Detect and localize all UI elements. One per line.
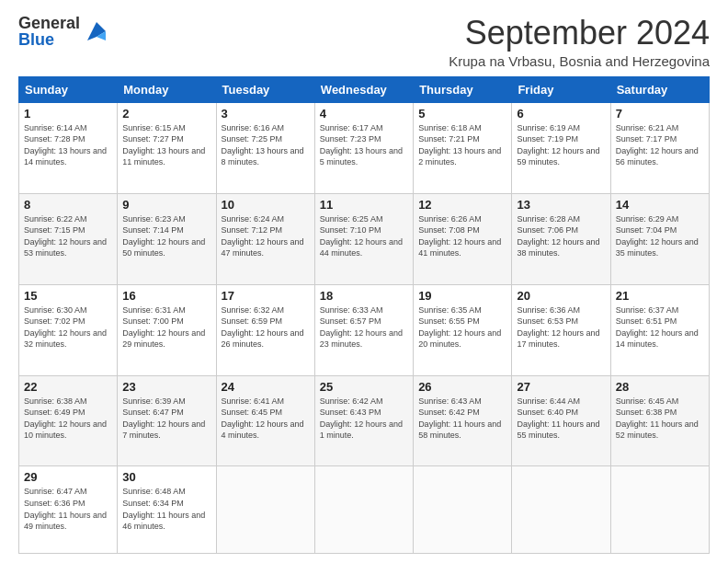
weekday-header-saturday: Saturday: [610, 76, 709, 102]
day-number: 12: [418, 198, 506, 212]
day-number: 5: [418, 107, 506, 121]
calendar-cell: 11Sunrise: 6:25 AMSunset: 7:10 PMDayligh…: [314, 193, 413, 284]
cell-info: Sunrise: 6:44 AMSunset: 6:40 PMDaylight:…: [517, 396, 605, 442]
day-number: 4: [320, 107, 408, 121]
month-title: September 2024: [449, 15, 710, 52]
day-number: 17: [222, 289, 310, 303]
calendar-cell: 7Sunrise: 6:21 AMSunset: 7:17 PMDaylight…: [610, 102, 709, 193]
weekday-header-thursday: Thursday: [414, 76, 512, 102]
day-number: 2: [122, 107, 210, 121]
calendar-cell: 3Sunrise: 6:16 AMSunset: 7:25 PMDaylight…: [216, 102, 314, 193]
calendar-cell: 26Sunrise: 6:43 AMSunset: 6:42 PMDayligh…: [414, 375, 512, 466]
calendar-cell: [216, 466, 314, 554]
calendar-cell: 14Sunrise: 6:29 AMSunset: 7:04 PMDayligh…: [610, 193, 709, 284]
day-number: 6: [517, 107, 605, 121]
day-number: 24: [222, 380, 310, 394]
calendar-cell: 9Sunrise: 6:23 AMSunset: 7:14 PMDaylight…: [118, 193, 216, 284]
weekday-header-friday: Friday: [512, 76, 610, 102]
calendar-cell: 28Sunrise: 6:45 AMSunset: 6:38 PMDayligh…: [610, 375, 709, 466]
calendar-cell: 19Sunrise: 6:35 AMSunset: 6:55 PMDayligh…: [414, 284, 512, 375]
cell-info: Sunrise: 6:18 AMSunset: 7:21 PMDaylight:…: [418, 122, 506, 168]
header: General Blue September 2024 Krupa na Vrb…: [18, 15, 710, 69]
day-number: 8: [24, 198, 112, 212]
cell-info: Sunrise: 6:16 AMSunset: 7:25 PMDaylight:…: [222, 122, 310, 168]
calendar: SundayMondayTuesdayWednesdayThursdayFrid…: [18, 76, 710, 554]
day-number: 13: [517, 198, 605, 212]
cell-info: Sunrise: 6:25 AMSunset: 7:10 PMDaylight:…: [320, 213, 408, 259]
cell-info: Sunrise: 6:29 AMSunset: 7:04 PMDaylight:…: [616, 213, 704, 259]
cell-info: Sunrise: 6:33 AMSunset: 6:57 PMDaylight:…: [320, 304, 408, 350]
calendar-cell: 6Sunrise: 6:19 AMSunset: 7:19 PMDaylight…: [512, 102, 610, 193]
calendar-cell: 29Sunrise: 6:47 AMSunset: 6:36 PMDayligh…: [19, 466, 118, 554]
day-number: 26: [418, 380, 506, 394]
cell-info: Sunrise: 6:43 AMSunset: 6:42 PMDaylight:…: [418, 396, 506, 442]
cell-info: Sunrise: 6:15 AMSunset: 7:27 PMDaylight:…: [122, 122, 210, 168]
day-number: 9: [122, 198, 210, 212]
calendar-week-3: 15Sunrise: 6:30 AMSunset: 7:02 PMDayligh…: [19, 284, 710, 375]
weekday-header-tuesday: Tuesday: [216, 76, 314, 102]
cell-info: Sunrise: 6:42 AMSunset: 6:43 PMDaylight:…: [320, 396, 408, 442]
day-number: 19: [418, 289, 506, 303]
calendar-week-5: 29Sunrise: 6:47 AMSunset: 6:36 PMDayligh…: [19, 466, 710, 554]
day-number: 20: [517, 289, 605, 303]
day-number: 3: [222, 107, 310, 121]
calendar-cell: 16Sunrise: 6:31 AMSunset: 7:00 PMDayligh…: [118, 284, 216, 375]
calendar-cell: [610, 466, 709, 554]
weekday-header-sunday: Sunday: [19, 76, 118, 102]
cell-info: Sunrise: 6:32 AMSunset: 6:59 PMDaylight:…: [222, 304, 310, 350]
cell-info: Sunrise: 6:39 AMSunset: 6:47 PMDaylight:…: [122, 396, 210, 442]
cell-info: Sunrise: 6:17 AMSunset: 7:23 PMDaylight:…: [320, 122, 408, 168]
day-number: 27: [517, 380, 605, 394]
logo-icon: [84, 18, 109, 44]
cell-info: Sunrise: 6:45 AMSunset: 6:38 PMDaylight:…: [616, 396, 704, 442]
cell-info: Sunrise: 6:24 AMSunset: 7:12 PMDaylight:…: [222, 213, 310, 259]
cell-info: Sunrise: 6:19 AMSunset: 7:19 PMDaylight:…: [517, 122, 605, 168]
cell-info: Sunrise: 6:37 AMSunset: 6:51 PMDaylight:…: [616, 304, 704, 350]
calendar-cell: 15Sunrise: 6:30 AMSunset: 7:02 PMDayligh…: [19, 284, 118, 375]
logo-blue-text: Blue: [18, 31, 80, 48]
calendar-cell: 1Sunrise: 6:14 AMSunset: 7:28 PMDaylight…: [19, 102, 118, 193]
cell-info: Sunrise: 6:23 AMSunset: 7:14 PMDaylight:…: [122, 213, 210, 259]
day-number: 15: [24, 289, 112, 303]
day-number: 11: [320, 198, 408, 212]
weekday-header-wednesday: Wednesday: [314, 76, 413, 102]
calendar-cell: 12Sunrise: 6:26 AMSunset: 7:08 PMDayligh…: [414, 193, 512, 284]
calendar-cell: 27Sunrise: 6:44 AMSunset: 6:40 PMDayligh…: [512, 375, 610, 466]
calendar-cell: 8Sunrise: 6:22 AMSunset: 7:15 PMDaylight…: [19, 193, 118, 284]
calendar-cell: [512, 466, 610, 554]
day-number: 25: [320, 380, 408, 394]
cell-info: Sunrise: 6:22 AMSunset: 7:15 PMDaylight:…: [24, 213, 112, 259]
calendar-cell: 24Sunrise: 6:41 AMSunset: 6:45 PMDayligh…: [216, 375, 314, 466]
logo-general-text: General: [18, 15, 80, 31]
cell-info: Sunrise: 6:14 AMSunset: 7:28 PMDaylight:…: [24, 122, 112, 168]
calendar-cell: 22Sunrise: 6:38 AMSunset: 6:49 PMDayligh…: [19, 375, 118, 466]
day-number: 14: [616, 198, 704, 212]
cell-info: Sunrise: 6:35 AMSunset: 6:55 PMDaylight:…: [418, 304, 506, 350]
calendar-cell: 20Sunrise: 6:36 AMSunset: 6:53 PMDayligh…: [512, 284, 610, 375]
day-number: 7: [616, 107, 704, 121]
calendar-week-2: 8Sunrise: 6:22 AMSunset: 7:15 PMDaylight…: [19, 193, 710, 284]
cell-info: Sunrise: 6:36 AMSunset: 6:53 PMDaylight:…: [517, 304, 605, 350]
calendar-cell: 13Sunrise: 6:28 AMSunset: 7:06 PMDayligh…: [512, 193, 610, 284]
calendar-cell: 25Sunrise: 6:42 AMSunset: 6:43 PMDayligh…: [314, 375, 413, 466]
cell-info: Sunrise: 6:31 AMSunset: 7:00 PMDaylight:…: [122, 304, 210, 350]
cell-info: Sunrise: 6:28 AMSunset: 7:06 PMDaylight:…: [517, 213, 605, 259]
logo: General Blue: [18, 15, 109, 48]
cell-info: Sunrise: 6:21 AMSunset: 7:17 PMDaylight:…: [616, 122, 704, 168]
cell-info: Sunrise: 6:41 AMSunset: 6:45 PMDaylight:…: [222, 396, 310, 442]
day-number: 29: [24, 470, 112, 484]
calendar-table: SundayMondayTuesdayWednesdayThursdayFrid…: [18, 76, 710, 554]
calendar-cell: [414, 466, 512, 554]
calendar-week-4: 22Sunrise: 6:38 AMSunset: 6:49 PMDayligh…: [19, 375, 710, 466]
cell-info: Sunrise: 6:26 AMSunset: 7:08 PMDaylight:…: [418, 213, 506, 259]
calendar-week-1: 1Sunrise: 6:14 AMSunset: 7:28 PMDaylight…: [19, 102, 710, 193]
day-number: 28: [616, 380, 704, 394]
location: Krupa na Vrbasu, Bosnia and Herzegovina: [449, 53, 710, 69]
cell-info: Sunrise: 6:30 AMSunset: 7:02 PMDaylight:…: [24, 304, 112, 350]
day-number: 1: [24, 107, 112, 121]
calendar-cell: 23Sunrise: 6:39 AMSunset: 6:47 PMDayligh…: [118, 375, 216, 466]
calendar-cell: 2Sunrise: 6:15 AMSunset: 7:27 PMDaylight…: [118, 102, 216, 193]
day-number: 18: [320, 289, 408, 303]
weekday-header-monday: Monday: [118, 76, 216, 102]
calendar-cell: 30Sunrise: 6:48 AMSunset: 6:34 PMDayligh…: [118, 466, 216, 554]
